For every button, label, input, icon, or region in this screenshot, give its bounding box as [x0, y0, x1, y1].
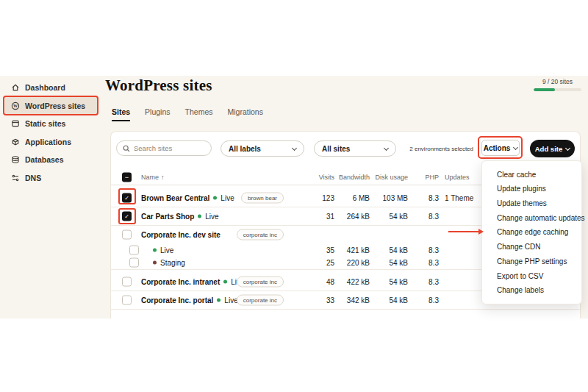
sites-filter-value: All sites	[322, 145, 350, 153]
row-checkbox[interactable]	[122, 230, 132, 240]
php-version-value: 8.3	[429, 278, 439, 286]
screenshot-root: Dashboard W WordPress sites Static sites…	[0, 0, 588, 392]
menu-item-change-php-settings[interactable]: Change PHP settings	[482, 257, 581, 266]
sites-filter-dropdown[interactable]: All sites	[314, 140, 396, 157]
menu-item-update-themes[interactable]: Update themes	[482, 199, 581, 207]
browser-icon	[11, 119, 20, 128]
sidebar-item-wordpress-sites[interactable]: W WordPress sites	[5, 97, 98, 115]
disk-usage-value: 103 MB	[383, 194, 408, 202]
environment-name[interactable]: Staging	[160, 259, 185, 267]
column-header-php[interactable]: PHP	[425, 174, 439, 181]
row-checkbox[interactable]	[122, 212, 132, 221]
column-header-name[interactable]: Name↑	[141, 174, 165, 181]
disk-usage-value: 54 kB	[389, 259, 408, 267]
search-icon	[123, 145, 130, 152]
sites-usage-progressbar	[534, 88, 581, 91]
environment-name[interactable]: Live	[160, 246, 173, 254]
column-header-bandwidth[interactable]: Bandwidth	[339, 174, 370, 181]
row-checkbox[interactable]	[129, 245, 139, 254]
php-version-value: 8.3	[429, 246, 439, 254]
sidebar-item-applications[interactable]: Applications	[0, 133, 104, 152]
column-header-updates[interactable]: Updates	[445, 174, 470, 181]
sites-usage: 9 / 20 sites	[534, 78, 581, 91]
php-version-value: 8.3	[429, 213, 439, 221]
sidebar-item-label: Static sites	[25, 119, 65, 128]
environment-name[interactable]: Live	[205, 213, 218, 221]
site-name[interactable]: Corporate Inc. dev site	[141, 231, 220, 239]
site-label-badge: corporate inc	[237, 277, 284, 288]
row-checkbox[interactable]	[122, 277, 132, 287]
labels-filter-value: All labels	[229, 145, 261, 153]
updates-value: 1 Theme	[445, 194, 473, 202]
site-name[interactable]: Corporate Inc. portal	[141, 296, 213, 304]
bandwidth-value: 264 kB	[347, 213, 370, 221]
live-status-dot	[217, 299, 220, 302]
row-checkbox[interactable]	[129, 258, 139, 268]
row-checkbox[interactable]	[122, 193, 132, 203]
visits-value: 25	[326, 259, 334, 267]
site-label-badge: corporate inc	[237, 295, 284, 306]
site-name[interactable]: Brown Bear Central	[141, 194, 209, 202]
wordpress-icon: W	[11, 101, 20, 110]
actions-button[interactable]: Actions	[481, 140, 520, 156]
sidebar-item-label: Dashboard	[25, 83, 65, 92]
sidebar-item-label: DNS	[25, 174, 41, 182]
menu-item-change-automatic-updates[interactable]: Change automatic updates	[482, 214, 581, 222]
visits-value: 31	[326, 213, 334, 221]
actions-button-label: Actions	[484, 144, 511, 152]
php-version-value: 8.3	[429, 194, 439, 202]
tab-migrations[interactable]: Migrations	[228, 107, 263, 121]
package-icon	[11, 138, 20, 146]
disk-usage-value: 54 kB	[389, 213, 408, 221]
environment-name[interactable]: Live	[220, 194, 234, 202]
bandwidth-value: 6 MB	[353, 194, 370, 202]
column-header-visits[interactable]: Visits	[319, 174, 334, 181]
php-version-value: 8.3	[429, 259, 439, 267]
actions-dropdown-menu: Clear cache Update plugins Update themes…	[481, 160, 582, 304]
select-all-checkbox[interactable]	[122, 173, 132, 182]
live-status-dot	[153, 248, 157, 252]
search-input[interactable]	[134, 144, 205, 152]
sidebar: Dashboard W WordPress sites Static sites…	[0, 79, 104, 187]
search-box	[116, 140, 212, 156]
sidebar-item-label: Applications	[25, 138, 71, 146]
sidebar-item-dashboard[interactable]: Dashboard	[0, 79, 104, 97]
menu-item-change-edge-caching[interactable]: Change edge caching	[482, 228, 581, 236]
menu-item-export-to-csv[interactable]: Export to CSV	[482, 272, 581, 280]
row-checkbox[interactable]	[122, 296, 132, 305]
visits-value: 48	[326, 278, 334, 286]
labels-filter-dropdown[interactable]: All labels	[220, 140, 304, 157]
svg-text:W: W	[13, 103, 18, 108]
add-site-button[interactable]: Add site	[530, 140, 575, 157]
sidebar-item-dns[interactable]: DNS	[0, 169, 104, 188]
page-title: WordPress sites	[105, 76, 212, 95]
site-name[interactable]: Corporate Inc. intranet	[141, 278, 220, 286]
menu-item-clear-cache[interactable]: Clear cache	[482, 171, 581, 179]
visits-value: 35	[326, 246, 334, 254]
selection-status: 2 environments selected	[409, 146, 473, 152]
visits-value: 33	[326, 296, 334, 304]
site-label-badge: brown bear	[241, 193, 284, 204]
visits-value: 123	[322, 194, 334, 202]
chevron-down-icon	[292, 145, 297, 150]
site-label-badge: corporate inc	[237, 229, 284, 240]
sidebar-item-databases[interactable]: Databases	[0, 151, 104, 169]
disk-usage-value: 54 kB	[389, 296, 408, 304]
site-name[interactable]: Car Parts Shop	[141, 213, 194, 221]
live-status-dot	[223, 280, 227, 284]
disk-usage-value: 54 kB	[389, 246, 408, 254]
live-status-dot	[213, 196, 217, 200]
column-header-disk-usage[interactable]: Disk usage	[375, 174, 408, 181]
chevron-down-icon	[513, 144, 518, 149]
sidebar-item-label: WordPress sites	[25, 101, 85, 110]
tab-sites[interactable]: Sites	[112, 107, 130, 121]
tab-plugins[interactable]: Plugins	[145, 107, 170, 121]
bandwidth-value: 220 kB	[347, 259, 370, 267]
sidebar-item-static-sites[interactable]: Static sites	[0, 115, 104, 133]
bandwidth-value: 342 kB	[347, 296, 370, 304]
tab-themes[interactable]: Themes	[185, 107, 213, 121]
menu-item-update-plugins[interactable]: Update plugins	[482, 185, 581, 193]
menu-item-change-labels[interactable]: Change labels	[482, 286, 581, 294]
menu-item-change-cdn[interactable]: Change CDN	[482, 243, 581, 251]
chevron-down-icon	[384, 145, 389, 150]
